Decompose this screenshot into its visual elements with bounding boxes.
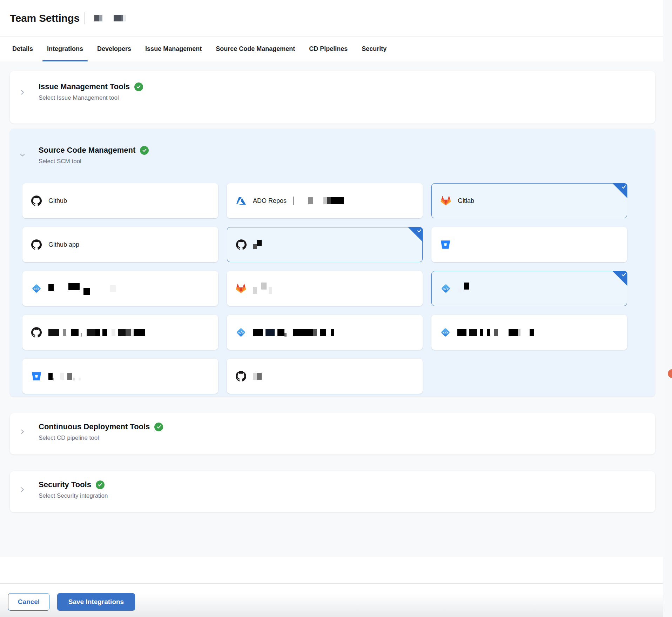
content-footer-gap (0, 557, 672, 583)
section-subtitle: Select SCM tool (39, 158, 655, 165)
footer-action-bar: Cancel Save Integrations (0, 583, 672, 617)
azure-devops-icon: </> (235, 327, 247, 338)
bitbucket-icon (440, 240, 451, 249)
scm-tool-card-redacted-5[interactable] (431, 227, 627, 262)
scm-tool-card-redacted-4[interactable] (227, 227, 423, 262)
section-security-tools: Security Tools Select Security integrati… (10, 471, 655, 512)
section-subtitle: Select CD pipeline tool (39, 434, 655, 442)
section-issue-management-tools: Issue Management Tools Select Issue Mana… (10, 71, 655, 124)
tab-source-code-management[interactable]: Source Code Management (216, 37, 295, 61)
tool-label: ADO Repos (253, 197, 287, 205)
redacted-text (458, 285, 469, 292)
svg-text:</>: </> (443, 287, 449, 291)
section-title: Source Code Management (39, 146, 135, 155)
github-icon (235, 371, 247, 382)
tool-label: Github (48, 197, 67, 205)
top-bar: Team Settings (0, 0, 672, 36)
redacted-text (293, 197, 344, 205)
scm-tool-card-redacted-6[interactable]: </> (22, 271, 218, 306)
section-continuous-deployment-tools: Continuous Deployment Tools Select CD pi… (10, 413, 655, 455)
scm-tool-grid: GithubADO ReposGitlabGithub app</></></>… (22, 183, 627, 394)
tool-label: Gitlab (458, 197, 474, 205)
redacted-text (48, 373, 81, 380)
green-check-icon (96, 480, 105, 489)
redacted-text (253, 373, 262, 380)
tab-developers[interactable]: Developers (97, 37, 131, 61)
tab-cd-pipelines[interactable]: CD Pipelines (309, 37, 348, 61)
scm-tool-card-gitlab[interactable]: Gitlab (431, 183, 627, 218)
svg-text:</>: </> (33, 287, 39, 291)
chevron-right-icon (19, 89, 26, 97)
scm-tool-card-ado-repos[interactable]: ADO Repos (227, 183, 423, 218)
scm-tool-card-redacted-12[interactable] (22, 359, 218, 394)
section-header-issue-management-tools[interactable]: Issue Management Tools Select Issue Mana… (10, 71, 655, 101)
section-title: Security Tools (39, 480, 91, 489)
redacted-text (48, 285, 116, 292)
section-title: Issue Management Tools (39, 82, 130, 91)
page-title: Team Settings (10, 12, 80, 24)
section-subtitle: Select Security integration (39, 492, 655, 499)
github-icon (236, 239, 247, 250)
tab-details[interactable]: Details (12, 37, 33, 61)
save-integrations-button[interactable]: Save Integrations (57, 593, 135, 611)
redacted-text (253, 242, 262, 248)
azure-icon (235, 196, 247, 206)
title-separator (85, 12, 85, 24)
selected-check-icon (612, 271, 627, 286)
cancel-button[interactable]: Cancel (8, 593, 49, 611)
redacted-text (253, 329, 334, 336)
scm-tool-card-redacted-11[interactable]: </> (431, 315, 627, 350)
section-subtitle: Select Issue Management tool (39, 94, 655, 101)
github-icon (31, 327, 42, 338)
redacted-team-id (114, 15, 126, 21)
tab-issue-management[interactable]: Issue Management (145, 37, 202, 61)
chevron-right-icon (19, 429, 26, 436)
redacted-text (48, 329, 145, 336)
scm-tool-card-redacted-13[interactable] (227, 359, 423, 394)
green-check-icon (154, 423, 163, 431)
chevron-right-icon (19, 486, 26, 494)
green-check-icon (140, 146, 149, 155)
redacted-text (457, 329, 534, 336)
section-source-code-management: Source Code Management Select SCM tool G… (10, 129, 655, 397)
svg-text:</>: </> (238, 331, 244, 334)
section-title: Continuous Deployment Tools (39, 422, 150, 431)
gitlab-icon (440, 196, 451, 206)
redacted-team-name (94, 15, 102, 21)
azure-devops-icon: </> (31, 283, 42, 294)
selected-check-icon (612, 183, 627, 198)
section-header-security-tools[interactable]: Security Tools Select Security integrati… (10, 471, 655, 499)
svg-text:</>: </> (442, 331, 448, 334)
green-check-icon (134, 82, 143, 91)
tab-bar: Details Integrations Developers Issue Ma… (0, 36, 672, 61)
scm-tool-card-github-app[interactable]: Github app (22, 227, 218, 262)
section-header-source-code-management[interactable]: Source Code Management Select SCM tool (10, 129, 655, 165)
section-header-continuous-deployment-tools[interactable]: Continuous Deployment Tools Select CD pi… (10, 413, 655, 442)
scrollbar-rail[interactable] (663, 0, 672, 617)
scm-tool-card-github[interactable]: Github (22, 183, 218, 218)
integrations-panel: Issue Management Tools Select Issue Mana… (0, 61, 672, 557)
scm-tool-card-redacted-7[interactable] (227, 271, 423, 306)
selected-check-icon (408, 227, 423, 242)
scm-tool-card-redacted-8[interactable]: </> (431, 271, 627, 306)
chevron-down-icon (19, 152, 26, 160)
azure-devops-icon: </> (440, 283, 451, 294)
scm-tool-card-redacted-10[interactable]: </> (227, 315, 423, 350)
scm-tool-card-redacted-9[interactable] (22, 315, 218, 350)
azure-devops-icon: </> (440, 327, 451, 338)
tab-security[interactable]: Security (362, 37, 387, 61)
github-icon (31, 239, 42, 250)
tab-integrations[interactable]: Integrations (47, 37, 83, 61)
bitbucket-icon (31, 372, 42, 381)
github-icon (31, 195, 42, 206)
tool-label: Github app (48, 241, 79, 248)
gitlab-icon (235, 284, 247, 293)
redacted-text (253, 285, 272, 292)
